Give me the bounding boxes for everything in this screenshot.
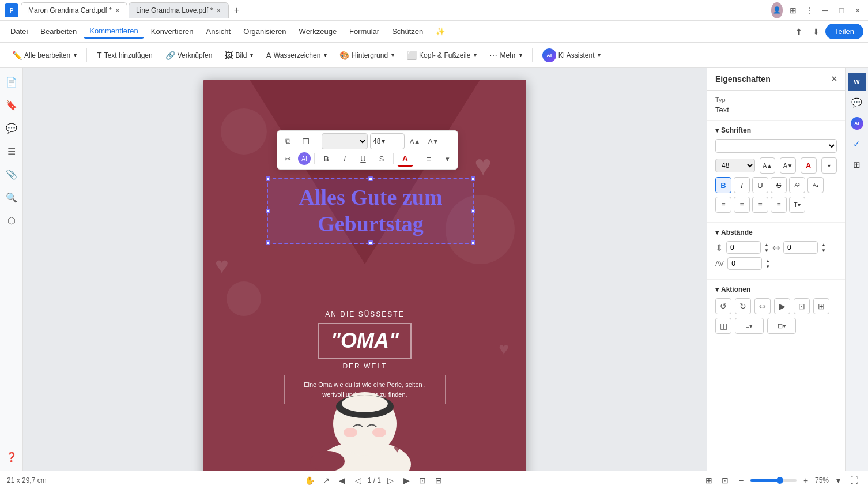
handle-top-right[interactable] (471, 176, 475, 181)
sidebar-comment-icon[interactable]: 💬 (2, 119, 21, 137)
more-button[interactable]: ⋯ Mehr (484, 48, 527, 63)
ft-align-chevron[interactable]: ▾ (439, 151, 455, 167)
sidebar-help-icon[interactable]: ❓ (2, 447, 21, 466)
menu-organisieren[interactable]: Organisieren (237, 25, 292, 38)
italic-panel-button[interactable]: I (734, 177, 750, 193)
line-spacing-up[interactable]: ▲ (764, 242, 769, 247)
next-page-button-2[interactable]: ▶ (399, 473, 413, 487)
mask-button[interactable]: ⊞ (813, 298, 829, 314)
cloud-upload-icon[interactable]: ⬆ (791, 24, 807, 40)
underline-panel-button[interactable]: U (752, 177, 768, 193)
rotate-cw-button[interactable]: ↻ (735, 298, 751, 314)
align-center-button[interactable]: ≡ (734, 197, 750, 213)
font-decrease-panel-icon[interactable]: A▼ (780, 157, 796, 174)
chat-icon[interactable]: 💬 (848, 93, 866, 112)
view-mode-button[interactable]: ⊞ (702, 473, 716, 487)
font-family-select[interactable] (322, 133, 368, 149)
handle-bottom-mid[interactable] (368, 240, 373, 245)
canvas-area[interactable]: ⧉ ❒ 48 ▾ A▲ A▼ ✂ AI B I U S (23, 68, 707, 471)
align-justify-button[interactable]: ≡ (771, 197, 787, 213)
zoom-slider-thumb[interactable] (776, 477, 783, 484)
align-distribute-button[interactable]: ≡▾ (735, 318, 764, 334)
menu-formular[interactable]: Formular (344, 25, 385, 38)
ft-bold-button[interactable]: B (318, 151, 334, 167)
menu-konvertieren[interactable]: Konvertieren (145, 25, 199, 38)
ft-copy-icon[interactable]: ⧉ (280, 133, 296, 149)
superscript-panel-button[interactable]: A² (789, 177, 805, 193)
tab-1-close[interactable]: × (115, 6, 120, 15)
strikethrough-panel-button[interactable]: S (771, 177, 787, 193)
sidebar-page-icon[interactable]: 📄 (2, 73, 21, 91)
menu-bearbeiten[interactable]: Bearbeiten (35, 25, 82, 38)
panel-toggle-button[interactable]: ⊞ (787, 5, 799, 16)
user-avatar-button[interactable]: 👤 (771, 5, 783, 16)
handle-bottom-right[interactable] (471, 240, 475, 245)
fullscreen-button[interactable]: ⛶ (847, 473, 861, 487)
sidebar-list-icon[interactable]: ☰ (2, 142, 21, 160)
menu-kommentieren[interactable]: Kommentieren (84, 24, 144, 39)
letter-spacing-up[interactable]: ▲ (765, 258, 770, 264)
sidebar-attachment-icon[interactable]: 📎 (2, 165, 21, 183)
ft-cut-icon[interactable]: ✂ (280, 151, 296, 167)
word-integration-icon[interactable]: W (848, 73, 866, 91)
font-color-chevron[interactable]: ▾ (821, 157, 837, 174)
char-spacing-up[interactable]: ▲ (821, 242, 826, 247)
sidebar-bookmark-icon[interactable]: 🔖 (2, 96, 21, 114)
zoom-slider[interactable] (750, 479, 797, 482)
handle-mid-left[interactable] (266, 209, 270, 213)
crop-button[interactable]: ⊡ (794, 298, 810, 314)
flip-h-button[interactable]: ⇔ (754, 298, 771, 314)
ft-font-color-icon[interactable]: A (397, 151, 413, 167)
ft-underline-button[interactable]: U (355, 151, 371, 167)
tab-1[interactable]: Maron Grandma Card.pdf * × (21, 2, 127, 18)
new-tab-button[interactable]: + (230, 3, 244, 17)
fonts-section-title[interactable]: ▾ Schriften (715, 126, 837, 134)
ai-right-icon[interactable]: AI (848, 114, 866, 133)
sidebar-search-icon[interactable]: 🔍 (2, 188, 21, 206)
font-decrease-icon[interactable]: A▼ (425, 133, 441, 149)
tab-2[interactable]: Line Grandma Love.pdf * × (129, 2, 229, 18)
line-spacing-down[interactable]: ▼ (764, 248, 769, 253)
subscript-panel-button[interactable]: A₂ (807, 177, 824, 193)
maximize-button[interactable]: □ (836, 5, 847, 16)
fullpage-icon[interactable]: ⊟ (432, 473, 446, 487)
edit-all-button[interactable]: ✏️ Alle bearbeiten (7, 48, 82, 63)
next-page-button[interactable]: ▷ (383, 473, 397, 487)
menu-datei[interactable]: Datei (5, 25, 33, 38)
zoom-in-button[interactable]: + (799, 473, 813, 487)
letter-spacing-down[interactable]: ▼ (765, 264, 770, 269)
menu-ansicht[interactable]: Ansicht (201, 25, 237, 38)
font-increase-icon[interactable]: A▲ (407, 133, 423, 149)
tab-2-close[interactable]: × (216, 6, 221, 15)
menu-werkzeuge[interactable]: Werkzeuge (293, 25, 343, 38)
text-selection-box[interactable]: Alles Gute zum Geburtstag (267, 178, 474, 244)
ai-assistant-button[interactable]: AI KI Assistent (537, 46, 606, 65)
zoom-dropdown-button[interactable]: ▾ (831, 473, 845, 487)
panel-close-button[interactable]: × (832, 74, 837, 84)
font-family-panel-select[interactable] (715, 139, 837, 153)
font-increase-panel-icon[interactable]: A▲ (760, 157, 776, 174)
style-button[interactable]: ◫ (715, 318, 731, 334)
spacing-section-title[interactable]: ▾ Abstände (715, 228, 837, 236)
text-direction-button[interactable]: T▾ (789, 197, 805, 213)
add-text-button[interactable]: T Text hinzufügen (92, 48, 158, 63)
menu-schuetzen[interactable]: Schützen (386, 25, 429, 38)
ft-strikethrough-button[interactable]: S (373, 151, 390, 167)
header-footer-button[interactable]: ⬜ Kopf- & Fußzeile (402, 48, 482, 63)
prev-page-button[interactable]: ◀ (335, 473, 349, 487)
more-options-button[interactable]: ⋮ (803, 5, 815, 16)
align-right-button[interactable]: ≡ (752, 197, 768, 213)
char-spacing-down[interactable]: ▼ (821, 248, 826, 253)
snapshot-icon[interactable]: ⊡ (416, 473, 429, 487)
menu-sparkle[interactable]: ✨ (430, 25, 451, 38)
flip-v-button[interactable]: ▶ (774, 298, 790, 314)
watermark-button[interactable]: A Wasserzeichen (261, 48, 332, 63)
prev-page-button-2[interactable]: ◁ (352, 473, 365, 487)
panel-expand-icon[interactable]: ⊞ (848, 156, 866, 174)
letter-spacing-input[interactable] (727, 257, 762, 270)
ft-arrange-icon[interactable]: ❒ (298, 133, 314, 149)
download-icon[interactable]: ⬇ (808, 24, 824, 40)
background-button[interactable]: 🎨 Hintergrund (334, 48, 399, 63)
ft-italic-button[interactable]: I (337, 151, 353, 167)
fit-page-button[interactable]: ⊡ (718, 473, 732, 487)
